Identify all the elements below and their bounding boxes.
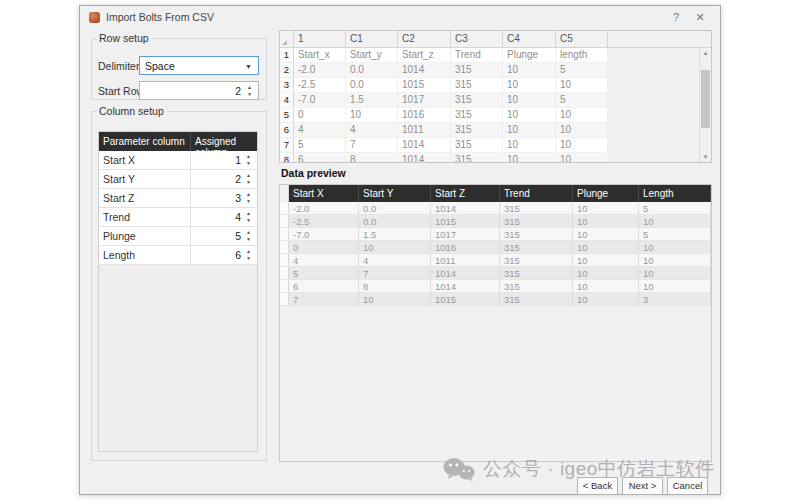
csv-column-header[interactable]: C1 [346,31,398,48]
csv-cell[interactable]: 315 [451,63,503,78]
csv-cell[interactable]: 0 [294,108,346,123]
spin-down-icon[interactable]: ▼ [243,218,254,223]
next-button[interactable]: Next > [622,477,663,495]
assigned-column-spinbox[interactable]: 3▲▼ [191,189,257,207]
spin-up-icon[interactable]: ▲ [243,154,254,159]
csv-cell[interactable]: 10 [346,108,398,123]
preview-cell[interactable]: -7.0 [289,228,359,240]
start-row-spinner[interactable]: ▲ ▼ [244,84,255,97]
csv-cell[interactable]: 315 [451,138,503,153]
csv-column-header[interactable]: 1 [294,31,346,48]
back-button[interactable]: < Back [577,477,618,495]
preview-cell[interactable]: 4 [359,254,431,266]
preview-cell[interactable]: 315 [500,228,573,240]
csv-cell[interactable]: 10 [556,153,608,163]
csv-cell[interactable]: 315 [451,93,503,108]
csv-cell[interactable]: 1016 [398,108,451,123]
csv-cell[interactable]: Trend [451,48,503,63]
csv-cell[interactable]: 1014 [398,63,451,78]
scrollbar-thumb[interactable] [701,70,710,128]
csv-cell[interactable]: -2.0 [294,63,346,78]
csv-cell[interactable]: 1015 [398,78,451,93]
csv-column-header[interactable]: C2 [398,31,451,48]
csv-cell[interactable]: 315 [451,123,503,138]
spin-up-icon[interactable]: ▲ [243,249,254,254]
close-button[interactable]: ✕ [692,10,708,25]
preview-cell[interactable]: 4 [289,254,359,266]
preview-cell[interactable]: 315 [500,293,573,305]
csv-cell[interactable]: 1017 [398,93,451,108]
preview-cell[interactable]: 10 [573,241,639,253]
preview-cell[interactable]: 315 [500,215,573,227]
spinner-arrows[interactable]: ▲▼ [243,191,254,205]
preview-cell[interactable]: 315 [500,241,573,253]
csv-cell[interactable]: 1.5 [346,93,398,108]
csv-cell[interactable]: 10 [556,108,608,123]
preview-cell[interactable]: 1014 [431,280,500,292]
spinner-arrows[interactable]: ▲▼ [243,210,254,224]
csv-cell[interactable]: Plunge [503,48,556,63]
preview-cell[interactable]: 1014 [431,202,500,214]
spin-down-icon[interactable]: ▼ [243,180,254,185]
csv-column-header[interactable]: C3 [451,31,503,48]
assigned-column-spinbox[interactable]: 1▲▼ [191,151,257,169]
preview-cell[interactable]: 10 [573,267,639,279]
preview-cell[interactable]: -2.5 [289,215,359,227]
csv-cell[interactable]: 315 [451,153,503,163]
csv-cell[interactable]: 4 [294,123,346,138]
preview-cell[interactable]: 7 [289,293,359,305]
preview-cell[interactable]: 0.0 [359,215,431,227]
preview-cell[interactable]: 10 [639,215,711,227]
row-number-cell[interactable]: 4 [280,93,294,108]
preview-cell[interactable]: 5 [639,202,711,214]
start-row-input[interactable]: 2 ▲ ▼ [139,81,259,100]
csv-cell[interactable]: 10 [556,123,608,138]
csv-cell[interactable]: 315 [451,108,503,123]
spinner-arrows[interactable]: ▲▼ [243,229,254,243]
preview-cell[interactable]: 10 [573,202,639,214]
spin-down-icon[interactable]: ▼ [244,92,255,97]
preview-column-header[interactable]: Trend [500,185,573,202]
csv-column-header[interactable]: C4 [503,31,556,48]
preview-cell[interactable]: 1015 [431,215,500,227]
spinner-arrows[interactable]: ▲▼ [243,153,254,167]
preview-cell[interactable]: 1.5 [359,228,431,240]
assigned-column-spinbox[interactable]: 6▲▼ [191,246,257,264]
row-number-cell[interactable]: 3 [280,78,294,93]
spin-down-icon[interactable]: ▼ [243,161,254,166]
csv-cell[interactable]: 1014 [398,153,451,163]
csv-cell[interactable]: 1014 [398,138,451,153]
csv-cell[interactable]: 10 [503,78,556,93]
csv-cell[interactable]: 0.0 [346,78,398,93]
csv-cell[interactable]: Start_x [294,48,346,63]
csv-cell[interactable]: 10 [556,138,608,153]
preview-cell[interactable]: 8 [359,280,431,292]
csv-cell[interactable]: Start_z [398,48,451,63]
row-number-cell[interactable]: 6 [280,123,294,138]
scroll-down-icon[interactable]: ▼ [700,152,711,162]
spin-up-icon[interactable]: ▲ [243,230,254,235]
vertical-scrollbar[interactable]: ▲ ▼ [699,48,711,162]
csv-cell[interactable]: 10 [503,123,556,138]
preview-cell[interactable]: 315 [500,254,573,266]
csv-cell[interactable]: 4 [346,123,398,138]
csv-cell[interactable]: 10 [503,93,556,108]
preview-cell[interactable]: 3 [639,293,711,305]
row-number-cell[interactable]: 8 [280,153,294,163]
spin-down-icon[interactable]: ▼ [243,256,254,261]
spin-up-icon[interactable]: ▲ [243,211,254,216]
csv-cell[interactable]: 315 [451,78,503,93]
csv-cell[interactable]: 10 [503,63,556,78]
preview-cell[interactable]: 315 [500,280,573,292]
preview-cell[interactable]: 10 [573,280,639,292]
preview-cell[interactable]: 1011 [431,254,500,266]
preview-cell[interactable]: 1015 [431,293,500,305]
row-number-cell[interactable]: 1 [280,48,294,63]
csv-cell[interactable]: -7.0 [294,93,346,108]
cancel-button[interactable]: Cancel [667,477,708,495]
row-number-cell[interactable]: 2 [280,63,294,78]
preview-cell[interactable]: 10 [359,293,431,305]
preview-cell[interactable]: 0.0 [359,202,431,214]
preview-column-header[interactable]: Start X [289,185,359,202]
preview-cell[interactable]: -2.0 [289,202,359,214]
